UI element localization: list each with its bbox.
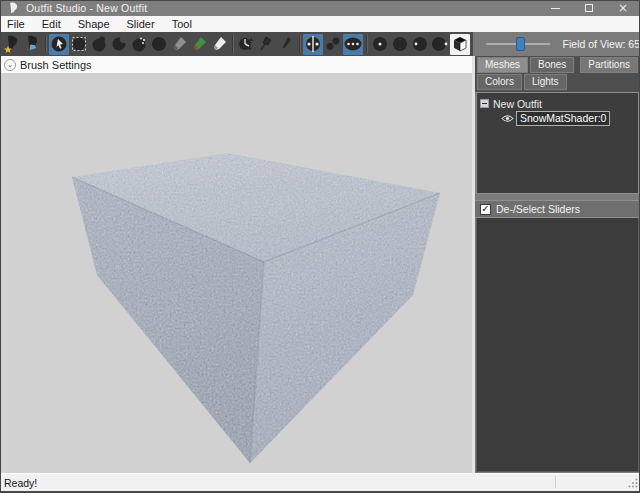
viewport-pane: ⌄ Brush Settings — [0, 56, 472, 473]
tree-mesh-row[interactable]: SnowMatShader:0 — [480, 111, 638, 126]
toolbar-separator — [45, 35, 46, 53]
status-text: Ready! — [0, 477, 37, 489]
fov-slider-thumb[interactable] — [516, 37, 525, 51]
alpha-brush-icon — [210, 35, 228, 53]
viewport-3d[interactable] — [0, 74, 472, 473]
load-reference-icon — [24, 35, 41, 53]
brush-falloff-solid-button[interactable] — [390, 34, 410, 55]
fov-label: Field of View: 65 — [563, 38, 640, 50]
brush-falloff-mid-dot-button[interactable] — [410, 34, 430, 55]
pencil-icon — [279, 35, 293, 53]
toolbar-separator — [299, 35, 300, 53]
global-brush-collision-icon — [343, 35, 363, 53]
weight-brush-icon — [170, 35, 188, 53]
chevron-down-icon: ⌄ — [4, 59, 16, 71]
tab-bones[interactable]: Bones — [530, 57, 574, 73]
mask-brush-button[interactable] — [69, 34, 89, 55]
snow-cube-mesh — [0, 74, 472, 472]
fov-slider[interactable] — [486, 36, 550, 52]
x-mirror-button[interactable] — [303, 34, 323, 55]
close-button[interactable]: × — [606, 0, 640, 16]
menu-slider[interactable]: Slider — [127, 18, 155, 30]
mesh-item-label[interactable]: SnowMatShader:0 — [516, 111, 610, 126]
tree-root-label: New Outfit — [493, 98, 542, 110]
tab-meshes[interactable]: Meshes — [477, 57, 528, 73]
smooth-brush-button[interactable] — [149, 34, 169, 55]
global-brush-collision-button[interactable] — [343, 34, 363, 55]
close-icon: × — [618, 2, 628, 14]
deselect-sliders-row[interactable]: ✓ De-/Select Sliders — [475, 200, 640, 218]
color-brush-button[interactable] — [189, 34, 209, 55]
alpha-brush-button[interactable] — [209, 34, 229, 55]
menu-file[interactable]: File — [7, 18, 25, 30]
deselect-sliders-label: De-/Select Sliders — [496, 203, 580, 215]
pin-shapes-button[interactable] — [256, 34, 276, 55]
deflate-brush-icon — [110, 35, 128, 53]
eye-icon — [501, 114, 514, 123]
menu-shape[interactable]: Shape — [78, 18, 110, 30]
brush-settings-header[interactable]: ⌄ Brush Settings — [0, 56, 472, 74]
toolbar-fov-section: Field of View: 65 — [473, 32, 640, 56]
connected-vertices-icon — [324, 35, 342, 53]
cube-icon — [451, 35, 469, 53]
brush-falloff-edge-dot-button[interactable] — [430, 34, 450, 55]
menu-edit[interactable]: Edit — [42, 18, 61, 30]
inflate-brush-button[interactable] — [89, 34, 109, 55]
brush-falloff-edge-dot-icon — [431, 35, 449, 53]
select-tool-button[interactable] — [49, 34, 69, 55]
resize-grip-icon[interactable] — [628, 478, 638, 488]
tab-partitions[interactable]: Partitions — [580, 57, 638, 73]
mask-brush-icon — [70, 35, 88, 53]
color-brush-icon — [190, 35, 208, 53]
load-project-icon — [4, 35, 21, 53]
brush-settings-label: Brush Settings — [20, 59, 92, 71]
tree-root-row[interactable]: New Outfit — [480, 96, 638, 111]
app-logo-icon — [8, 2, 20, 14]
perspective-toggle-button[interactable] — [450, 34, 470, 55]
menubar: File Edit Shape Slider Tool — [0, 16, 640, 32]
right-panel: Meshes Bones Partitions Colors Lights Ne… — [475, 56, 640, 473]
maximize-button[interactable] — [572, 0, 606, 16]
move-brush-icon — [130, 35, 148, 53]
checkbox-checked-icon[interactable]: ✓ — [480, 204, 491, 215]
x-mirror-icon — [304, 35, 322, 53]
outfit-studio-window: Outfit Studio - New Outfit × File Edit S… — [0, 0, 640, 493]
inflate-brush-icon — [90, 35, 108, 53]
menu-tool[interactable]: Tool — [172, 18, 192, 30]
brush-falloff-center-dot-icon — [371, 35, 389, 53]
window-title: Outfit Studio - New Outfit — [26, 2, 147, 14]
statusbar: Ready! — [0, 473, 640, 493]
minimize-icon — [551, 8, 560, 9]
slider-list-area[interactable] — [476, 218, 639, 472]
collapse-minus-icon[interactable] — [480, 99, 489, 108]
toolbar: Field of View: 65 — [0, 32, 640, 56]
move-brush-button[interactable] — [129, 34, 149, 55]
content-row: ⌄ Brush Settings — [0, 56, 640, 473]
load-reference-button[interactable] — [22, 34, 42, 55]
tab-colors[interactable]: Colors — [477, 74, 522, 90]
connected-vertices-button[interactable] — [323, 34, 343, 55]
brush-falloff-center-dot-button[interactable] — [370, 34, 390, 55]
select-cursor-icon — [50, 35, 68, 53]
minimize-button[interactable] — [538, 0, 572, 16]
transform-tool-button[interactable] — [236, 34, 256, 55]
titlebar[interactable]: Outfit Studio - New Outfit × — [0, 0, 640, 16]
brush-falloff-mid-dot-icon — [411, 35, 429, 53]
meshes-tree: New Outfit SnowMatShader:0 — [476, 92, 639, 194]
pushpin-icon — [257, 35, 275, 53]
toolbar-tools — [0, 32, 473, 56]
toolbar-separator — [232, 35, 233, 53]
smooth-brush-icon — [150, 35, 168, 53]
toolbar-separator — [366, 35, 367, 53]
deflate-brush-button[interactable] — [109, 34, 129, 55]
load-project-button[interactable] — [2, 34, 22, 55]
maximize-icon — [585, 4, 593, 12]
tab-lights[interactable]: Lights — [524, 74, 567, 90]
vertex-pencil-button[interactable] — [276, 34, 296, 55]
weight-brush-button[interactable] — [169, 34, 189, 55]
brush-falloff-solid-icon — [391, 35, 409, 53]
panel-tabs: Meshes Bones Partitions Colors Lights — [475, 56, 640, 92]
transform-clock-icon — [237, 35, 255, 53]
statusbar-separator — [555, 476, 556, 488]
